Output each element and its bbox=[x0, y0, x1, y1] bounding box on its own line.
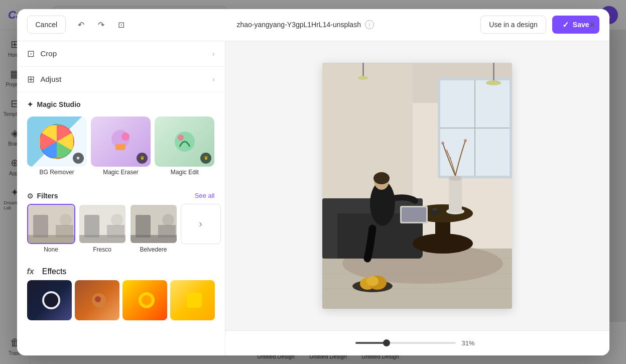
filter-none-scene bbox=[28, 205, 74, 243]
filter-none-card[interactable]: None bbox=[27, 204, 75, 253]
magic-studio-grid: ★ BG Remover bbox=[17, 112, 225, 186]
crop-icon: ⊡ bbox=[27, 48, 35, 59]
adjust-row[interactable]: ⊞ Adjust › bbox=[17, 67, 225, 92]
magic-eraser-label: Magic Eraser bbox=[91, 169, 151, 178]
svg-point-51 bbox=[441, 142, 444, 145]
filter-belvedere-card[interactable]: Belvedere bbox=[130, 204, 178, 253]
zoom-track bbox=[355, 342, 387, 344]
filename-display: zhao-yangyang-Y3gpL1HrL14-unsplash i bbox=[136, 20, 474, 29]
magic-eraser-preview: ♛ bbox=[91, 116, 151, 167]
effects-header: fx Effects bbox=[17, 261, 225, 280]
svg-point-64 bbox=[486, 80, 501, 85]
svg-point-13 bbox=[111, 214, 123, 226]
svg-rect-65 bbox=[362, 63, 364, 78]
undo-redo-controls: ↶ ↷ ⊡ bbox=[72, 16, 130, 34]
info-icon[interactable]: i bbox=[365, 20, 374, 29]
svg-point-4 bbox=[178, 135, 184, 141]
filters-expand-button[interactable]: › bbox=[181, 204, 221, 244]
filter-fresco-card[interactable]: Fresco bbox=[78, 204, 127, 253]
effect-preview-3 bbox=[122, 280, 167, 320]
redo-button[interactable]: ↷ bbox=[92, 16, 110, 34]
filter-fresco-scene bbox=[79, 205, 126, 243]
svg-rect-9 bbox=[56, 225, 73, 237]
filter-fresco-label: Fresco bbox=[78, 246, 127, 253]
zoom-controls: 31% bbox=[355, 339, 479, 347]
svg-rect-41 bbox=[322, 208, 337, 259]
svg-point-23 bbox=[95, 296, 101, 302]
svg-point-8 bbox=[60, 214, 72, 226]
svg-rect-14 bbox=[107, 225, 124, 237]
effect-preview-4 bbox=[170, 280, 215, 320]
svg-point-66 bbox=[358, 76, 368, 80]
magic-eraser-graphic bbox=[105, 127, 136, 157]
filters-icon: ⊙ bbox=[27, 192, 33, 200]
svg-point-21 bbox=[44, 293, 58, 307]
crop-row[interactable]: ⊡ Crop › bbox=[17, 41, 225, 67]
svg-point-18 bbox=[162, 214, 174, 226]
effect-card-1[interactable] bbox=[27, 280, 72, 320]
magic-eraser-card[interactable]: ♛ Magic Eraser bbox=[91, 116, 151, 178]
filter-none-preview bbox=[27, 204, 75, 244]
effect-preview-2 bbox=[75, 280, 119, 320]
magic-edit-badge: ♛ bbox=[200, 153, 211, 164]
crop-label: Crop bbox=[41, 49, 57, 58]
svg-point-2 bbox=[121, 133, 130, 141]
effect-card-3[interactable] bbox=[122, 280, 167, 320]
effect-card-4[interactable] bbox=[170, 280, 215, 320]
svg-point-62 bbox=[366, 276, 379, 286]
modal-overlay: Cancel ↶ ↷ ⊡ zhao-yangyang-Y3gpL1HrL14-u… bbox=[0, 0, 626, 364]
use-in-design-button[interactable]: Use in a design bbox=[480, 16, 546, 34]
svg-point-54 bbox=[449, 157, 451, 159]
magic-eraser-badge: ♛ bbox=[137, 153, 148, 164]
effect-preview-1 bbox=[27, 280, 72, 320]
bg-remover-badge: ★ bbox=[73, 153, 84, 164]
room-scene-svg bbox=[322, 63, 512, 309]
svg-rect-12 bbox=[84, 215, 99, 237]
image-preview-area bbox=[225, 41, 609, 330]
bg-remover-preview: ★ bbox=[27, 116, 87, 167]
adjust-icon: ⊞ bbox=[27, 74, 35, 85]
svg-point-25 bbox=[142, 295, 152, 305]
magic-edit-preview: ♛ bbox=[155, 116, 214, 167]
filters-grid: None bbox=[17, 204, 225, 261]
cancel-button[interactable]: Cancel bbox=[27, 16, 66, 34]
preview-image-container bbox=[322, 63, 512, 309]
right-content: 31% bbox=[225, 41, 609, 355]
filter-belvedere-scene bbox=[131, 205, 177, 243]
bg-remover-card[interactable]: ★ BG Remover bbox=[27, 116, 87, 178]
image-controls: 31% bbox=[225, 330, 609, 355]
svg-point-50 bbox=[449, 176, 462, 181]
svg-rect-26 bbox=[187, 293, 202, 308]
effects-label: Effects bbox=[42, 267, 67, 276]
crop-chevron-icon: › bbox=[212, 50, 215, 58]
filter-none-label: None bbox=[27, 246, 75, 253]
filters-see-all-link[interactable]: See all bbox=[195, 192, 215, 199]
adjust-chevron-icon: › bbox=[212, 75, 215, 83]
svg-rect-1 bbox=[115, 144, 126, 150]
fit-button[interactable]: ⊡ bbox=[112, 16, 130, 34]
svg-rect-49 bbox=[449, 178, 462, 212]
svg-rect-56 bbox=[430, 210, 439, 214]
zoom-thumb[interactable] bbox=[383, 339, 390, 346]
close-button[interactable]: × bbox=[583, 16, 601, 34]
magic-studio-icon: ✦ bbox=[27, 100, 33, 108]
bg-remover-label: BG Remover bbox=[27, 169, 87, 178]
effects-grid bbox=[17, 280, 225, 320]
image-editor-modal: Cancel ↶ ↷ ⊡ zhao-yangyang-Y3gpL1HrL14-u… bbox=[17, 9, 609, 355]
left-panel: ⊡ Crop › ⊞ Adjust › ✦ bbox=[17, 41, 225, 355]
beach-ball-graphic bbox=[39, 124, 74, 159]
svg-rect-19 bbox=[158, 225, 176, 237]
checkmark-icon: ✓ bbox=[562, 20, 569, 30]
svg-point-44 bbox=[373, 172, 390, 184]
svg-rect-7 bbox=[33, 215, 48, 237]
magic-edit-card[interactable]: ♛ Magic Edit bbox=[155, 116, 214, 178]
svg-point-52 bbox=[464, 139, 467, 142]
undo-button[interactable]: ↶ bbox=[72, 16, 90, 34]
magic-studio-section-title: ✦ Magic Studio bbox=[17, 92, 225, 112]
magic-edit-graphic bbox=[170, 127, 200, 157]
magic-edit-label: Magic Edit bbox=[155, 169, 214, 178]
effect-card-2[interactable] bbox=[75, 280, 119, 320]
filename-text: zhao-yangyang-Y3gpL1HrL14-unsplash bbox=[236, 21, 361, 29]
zoom-value: 31% bbox=[462, 339, 479, 347]
zoom-slider[interactable] bbox=[355, 342, 456, 344]
